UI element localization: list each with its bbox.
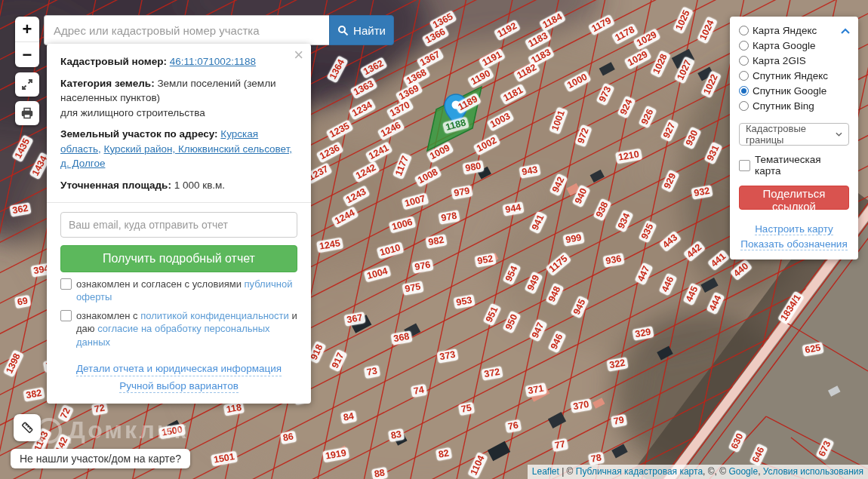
parcel-label[interactable]: 1244: [331, 206, 359, 228]
search-input[interactable]: [44, 15, 329, 45]
parcel-label[interactable]: 1246: [377, 118, 405, 140]
layer-option-2gis-map[interactable]: Карта 2GIS: [739, 53, 849, 68]
parcel-label[interactable]: 1191: [479, 48, 506, 70]
parcel-label[interactable]: 1363: [350, 77, 378, 99]
parcel-label[interactable]: 982: [425, 234, 447, 248]
parcel-label[interactable]: 372: [481, 366, 503, 380]
offer-consent-checkbox[interactable]: [60, 278, 72, 290]
parcel-label[interactable]: 917: [329, 349, 348, 373]
parcel-label[interactable]: 946: [548, 330, 567, 354]
parcel-label[interactable]: 83: [388, 428, 405, 442]
parcel-label[interactable]: 447: [635, 263, 654, 286]
parcel-label[interactable]: 646: [749, 444, 768, 467]
parcel-label[interactable]: 1001: [549, 107, 568, 135]
parcel-label[interactable]: 942: [549, 173, 568, 197]
parcel-label[interactable]: 440: [730, 259, 753, 281]
google-link[interactable]: Google: [728, 466, 758, 477]
parcel-label[interactable]: 1177: [392, 152, 412, 180]
parcel-label[interactable]: 976: [411, 259, 433, 273]
parcel-label[interactable]: 952: [474, 253, 496, 267]
parcel-label[interactable]: 1179: [588, 14, 615, 36]
parcel-label[interactable]: 370: [570, 398, 592, 413]
parcel-label[interactable]: 1190: [467, 67, 494, 89]
parcel-label[interactable]: 1435: [11, 135, 33, 163]
parcel-label[interactable]: 934: [615, 210, 634, 233]
parcel-label[interactable]: 78: [588, 452, 605, 465]
search-button[interactable]: Найти: [329, 15, 394, 45]
parcel-label[interactable]: 673: [816, 438, 835, 461]
parcel-label[interactable]: 1025: [673, 7, 694, 35]
parcel-label[interactable]: 1009: [426, 141, 454, 163]
parcel-label[interactable]: 1184: [539, 11, 566, 32]
parcel-label[interactable]: 74: [411, 384, 427, 398]
parcel-label[interactable]: 1002: [473, 134, 501, 155]
parcel-label[interactable]: 948: [546, 283, 565, 306]
parcel-label[interactable]: 1501: [211, 451, 238, 467]
parcel-label[interactable]: 1181: [500, 84, 527, 106]
parcel-label[interactable]: 625: [802, 342, 823, 356]
get-report-button[interactable]: Получить подробный отчет: [60, 245, 297, 272]
parcel-label[interactable]: 371: [525, 382, 546, 397]
parcel-label[interactable]: 88: [371, 467, 388, 479]
parcel-label[interactable]: 1367: [417, 48, 445, 69]
parcel-label[interactable]: 954: [503, 263, 522, 286]
parcel-label[interactable]: 978: [438, 210, 460, 224]
parcel-label[interactable]: 1027: [674, 57, 695, 84]
parcel-label[interactable]: 951: [483, 303, 502, 327]
parcel-label[interactable]: 1182: [513, 61, 540, 83]
layer-option-yandex-map[interactable]: Карта Яндекс: [739, 23, 849, 38]
parcel-label[interactable]: 1024: [697, 17, 718, 45]
pkk-link[interactable]: Публичная кадастровая карта: [576, 466, 703, 477]
cadastral-number-link[interactable]: 46:11:071002:1188: [170, 56, 256, 67]
parcel-label[interactable]: 1364: [326, 56, 348, 84]
parcel-label[interactable]: 1008: [414, 165, 442, 187]
parcel-label[interactable]: 950: [503, 311, 522, 334]
parcel-label[interactable]: 1007: [402, 192, 429, 210]
parcel-label[interactable]: 1104: [467, 452, 488, 479]
parcel-label[interactable]: 1188: [442, 116, 469, 134]
parcel-label[interactable]: 927: [660, 119, 679, 143]
parcel-label[interactable]: 929: [661, 170, 680, 193]
parcel-label[interactable]: 362: [9, 202, 31, 216]
parcel-label[interactable]: 445: [683, 283, 702, 306]
boundaries-select[interactable]: Кадастровые границы: [739, 123, 849, 146]
parcel-label[interactable]: 1398: [3, 350, 24, 378]
parcel-label[interactable]: 118: [223, 401, 245, 416]
privacy-policy-link[interactable]: политикой конфиденциальности: [140, 310, 289, 321]
parcel-label[interactable]: 367: [343, 312, 365, 326]
parcel-label[interactable]: 926: [639, 106, 657, 129]
parcel-label[interactable]: 1000: [564, 70, 592, 92]
parcel-label[interactable]: 1236: [316, 141, 344, 163]
parcel-label[interactable]: 973: [596, 83, 615, 106]
leaflet-link[interactable]: Leaflet: [532, 466, 559, 477]
parcel-label[interactable]: 940: [572, 185, 591, 208]
report-details-link[interactable]: Детали отчета и юридическая информация: [76, 362, 282, 376]
parcel-label[interactable]: 1004: [364, 265, 392, 282]
parcel-label[interactable]: 943: [519, 164, 540, 178]
layer-option-yandex-sat[interactable]: Спутник Яндекс: [739, 68, 849, 83]
privacy-consent-checkbox[interactable]: [60, 310, 72, 321]
not-found-tooltip[interactable]: Не нашли участок/дом на карте?: [11, 449, 190, 468]
zoom-in-button[interactable]: +: [15, 17, 39, 42]
parcel-label[interactable]: 77: [552, 438, 568, 452]
parcel-label[interactable]: 1834/1: [777, 290, 805, 324]
parcel-label[interactable]: 924: [617, 96, 636, 119]
parcel-label[interactable]: 1189: [454, 93, 482, 115]
thematic-map-checkbox[interactable]: [739, 160, 750, 171]
parcel-label[interactable]: 935: [639, 220, 657, 244]
parcel-label[interactable]: 368: [390, 330, 412, 345]
parcel-label[interactable]: 1028: [650, 51, 671, 78]
print-button[interactable]: [15, 101, 39, 125]
parcel-label[interactable]: 1175: [545, 252, 571, 277]
parcel-label[interactable]: 86: [280, 431, 297, 444]
fullscreen-button[interactable]: [15, 72, 39, 97]
parcel-label[interactable]: 975: [402, 281, 423, 295]
configure-map-link[interactable]: Настроить карту: [755, 223, 833, 235]
parcel-label[interactable]: 938: [593, 198, 612, 222]
parcel-label[interactable]: 999: [562, 232, 584, 246]
parcel-label[interactable]: 1010: [377, 241, 405, 259]
collapse-panel-button[interactable]: [840, 26, 851, 37]
layer-option-google-sat[interactable]: Спутник Google: [739, 83, 849, 98]
zoom-out-button[interactable]: −: [15, 42, 39, 67]
personal-data-link[interactable]: согласие на обработку персональных данны…: [76, 323, 270, 348]
